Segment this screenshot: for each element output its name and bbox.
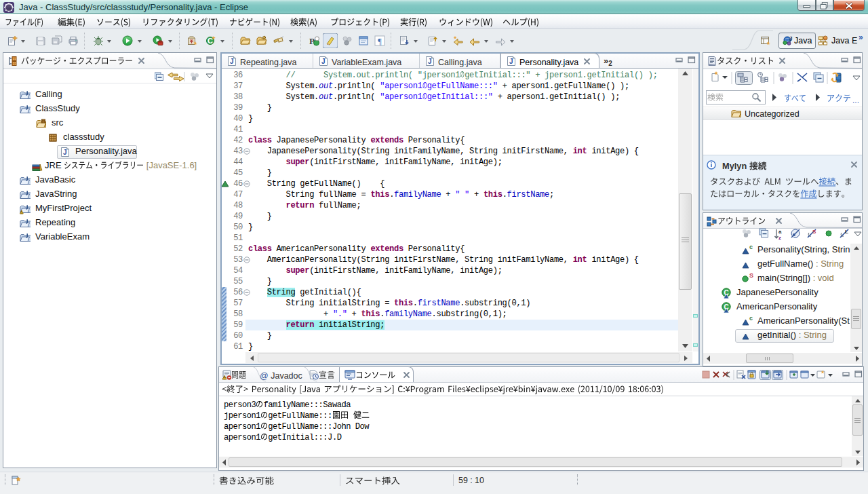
svg-text:¶: ¶ bbox=[378, 37, 382, 46]
svg-text:J: J bbox=[509, 58, 513, 65]
svg-text:J: J bbox=[428, 58, 432, 65]
svg-text:J: J bbox=[789, 35, 793, 42]
svg-text:C: C bbox=[208, 37, 213, 45]
svg-text:J: J bbox=[321, 58, 326, 65]
svg-text:a: a bbox=[778, 229, 782, 235]
svg-text:S: S bbox=[812, 229, 816, 235]
svg-text:J: J bbox=[230, 58, 234, 65]
svg-text:L: L bbox=[845, 229, 848, 235]
svg-text:z: z bbox=[778, 235, 781, 241]
svg-text:J: J bbox=[63, 149, 67, 156]
